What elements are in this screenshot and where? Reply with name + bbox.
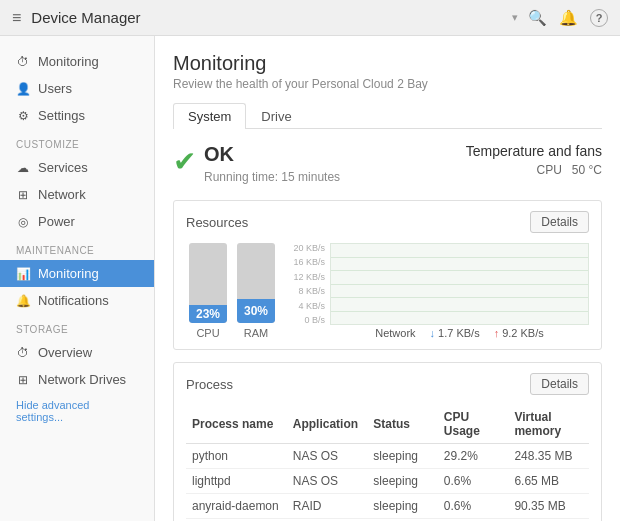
y-axis-labels: 20 KB/s 16 KB/s 12 KB/s 8 KB/s 4 KB/s 0 … bbox=[292, 243, 328, 325]
advanced-settings-link[interactable]: Hide advanced settings... bbox=[0, 393, 154, 429]
page-title: Monitoring bbox=[173, 52, 602, 75]
sidebar-item-notifications[interactable]: 🔔 Notifications bbox=[0, 287, 154, 314]
notification-icon: 🔔 bbox=[16, 294, 30, 308]
network-chart-footer: Network ↓ 1.7 KB/s ↑ 9.2 KB/s bbox=[330, 327, 589, 339]
col-header-app: Application bbox=[287, 405, 368, 444]
col-header-mem: Virtual memory bbox=[508, 405, 589, 444]
network-chart-area bbox=[330, 243, 589, 325]
process-cell-app: NAS OS bbox=[287, 444, 368, 469]
page-subtitle: Review the health of your Personal Cloud… bbox=[173, 77, 602, 91]
cpu-bar-container: 23% CPU bbox=[186, 243, 230, 339]
process-cell-cpu: 0.6% bbox=[438, 494, 509, 519]
cpu-temp-value: 50 °C bbox=[572, 163, 602, 177]
network-chart-wrapper: 20 KB/s 16 KB/s 12 KB/s 8 KB/s 4 KB/s 0 … bbox=[292, 243, 589, 339]
cloud-icon: ☁ bbox=[16, 161, 30, 175]
process-card: Process Details Process name Application… bbox=[173, 362, 602, 521]
sidebar-item-settings[interactable]: ⚙ Settings bbox=[0, 102, 154, 129]
process-cell-mem: 6.65 MB bbox=[508, 469, 589, 494]
sidebar-label-users: Users bbox=[38, 81, 72, 96]
sidebar-label-settings: Settings bbox=[38, 108, 85, 123]
cpu-bar-outer: 23% bbox=[189, 243, 227, 323]
process-cell-name: python bbox=[186, 444, 287, 469]
table-row: anyraid-daemonRAIDsleeping0.6%90.35 MB bbox=[186, 494, 589, 519]
sidebar-item-overview[interactable]: ⏱ Monitoring bbox=[0, 48, 154, 75]
user-icon: 👤 bbox=[16, 82, 30, 96]
main-layout: ⏱ Monitoring 👤 Users ⚙ Settings CUSTOMIZ… bbox=[0, 36, 620, 521]
upload-legend: ↑ 9.2 KB/s bbox=[494, 327, 544, 339]
tab-system[interactable]: System bbox=[173, 103, 246, 129]
process-table-body: pythonNAS OSsleeping29.2%248.35 MBlightt… bbox=[186, 444, 589, 522]
header-icons: 🔍 🔔 ? bbox=[528, 9, 608, 27]
resources-title: Resources bbox=[186, 215, 248, 230]
table-row: lighttpdNAS OSsleeping0.6%6.65 MB bbox=[186, 469, 589, 494]
gear-icon: ⚙ bbox=[16, 109, 30, 123]
y-label-12: 12 KB/s bbox=[293, 272, 325, 282]
process-cell-cpu: 29.2% bbox=[438, 444, 509, 469]
process-cell-status: sleeping bbox=[367, 469, 438, 494]
sidebar-label-notifications: Notifications bbox=[38, 293, 109, 308]
sidebar-label-overview: Monitoring bbox=[38, 54, 99, 69]
process-cell-mem: 90.35 MB bbox=[508, 494, 589, 519]
sidebar-item-power[interactable]: ◎ Power bbox=[0, 208, 154, 235]
sidebar-label-services: Services bbox=[38, 160, 88, 175]
help-icon[interactable]: ? bbox=[590, 9, 608, 27]
sidebar-label-power: Power bbox=[38, 214, 75, 229]
status-left: ✔ OK Running time: 15 minutes bbox=[173, 143, 340, 184]
sidebar-item-storage-overview[interactable]: ⏱ Overview bbox=[0, 339, 154, 366]
title-chevron: ▾ bbox=[512, 11, 518, 24]
ram-percent: 30% bbox=[244, 304, 268, 318]
y-label-16: 16 KB/s bbox=[293, 257, 325, 267]
app-title: Device Manager bbox=[31, 9, 502, 26]
process-cell-app: NAS OS bbox=[287, 469, 368, 494]
ram-bar-container: 30% RAM bbox=[234, 243, 278, 339]
menu-icon[interactable]: ≡ bbox=[12, 9, 21, 27]
tab-drive[interactable]: Drive bbox=[246, 103, 306, 129]
page-content: Monitoring Review the health of your Per… bbox=[155, 36, 620, 521]
process-cell-mem: 248.35 MB bbox=[508, 444, 589, 469]
process-cell-status: sleeping bbox=[367, 494, 438, 519]
y-label-20: 20 KB/s bbox=[293, 243, 325, 253]
col-header-status: Status bbox=[367, 405, 438, 444]
process-cell-name: lighttpd bbox=[186, 469, 287, 494]
ram-label: RAM bbox=[244, 327, 268, 339]
upload-value: 9.2 KB/s bbox=[502, 327, 544, 339]
sidebar-item-users[interactable]: 👤 Users bbox=[0, 75, 154, 102]
sidebar-label-network: Network bbox=[38, 187, 86, 202]
process-details-button[interactable]: Details bbox=[530, 373, 589, 395]
resources-card: Resources Details 23% CPU bbox=[173, 200, 602, 350]
upload-arrow-icon: ↑ bbox=[494, 327, 500, 339]
temperature-section: Temperature and fans CPU 50 °C bbox=[466, 143, 602, 184]
status-ok-label: OK bbox=[204, 143, 340, 166]
maintenance-section-label: MAINTENANCE bbox=[0, 235, 154, 260]
status-section: ✔ OK Running time: 15 minutes Temperatur… bbox=[173, 143, 602, 184]
cpu-label: CPU bbox=[196, 327, 219, 339]
col-header-cpu: CPU Usage bbox=[438, 405, 509, 444]
y-label-8: 8 KB/s bbox=[298, 286, 325, 296]
sidebar-label-storage-overview: Overview bbox=[38, 345, 92, 360]
cpu-bar-inner: 23% bbox=[189, 305, 227, 323]
process-title: Process bbox=[186, 377, 233, 392]
clock-icon: ⏱ bbox=[16, 55, 30, 69]
monitoring-icon: 📊 bbox=[16, 267, 30, 281]
process-cell-cpu: 0.6% bbox=[438, 469, 509, 494]
y-label-0: 0 B/s bbox=[304, 315, 325, 325]
sidebar-item-monitoring[interactable]: 📊 Monitoring bbox=[0, 260, 154, 287]
customize-section-label: CUSTOMIZE bbox=[0, 129, 154, 154]
process-cell-name: anyraid-daemon bbox=[186, 494, 287, 519]
drive-icon: ⊞ bbox=[16, 373, 30, 387]
sidebar-item-services[interactable]: ☁ Services bbox=[0, 154, 154, 181]
process-cell-status: sleeping bbox=[367, 444, 438, 469]
sidebar: ⏱ Monitoring 👤 Users ⚙ Settings CUSTOMIZ… bbox=[0, 36, 155, 521]
process-cell-app: RAID bbox=[287, 494, 368, 519]
sidebar-item-network[interactable]: ⊞ Network bbox=[0, 181, 154, 208]
bell-icon[interactable]: 🔔 bbox=[559, 9, 578, 27]
sidebar-item-network-drives[interactable]: ⊞ Network Drives bbox=[0, 366, 154, 393]
process-table: Process name Application Status CPU Usag… bbox=[186, 405, 589, 521]
resources-details-button[interactable]: Details bbox=[530, 211, 589, 233]
ram-bar-inner: 30% bbox=[237, 299, 275, 323]
col-header-name: Process name bbox=[186, 405, 287, 444]
checkmark-icon: ✔ bbox=[173, 145, 196, 178]
search-icon[interactable]: 🔍 bbox=[528, 9, 547, 27]
network-label: Network bbox=[375, 327, 415, 339]
download-arrow-icon: ↓ bbox=[430, 327, 436, 339]
